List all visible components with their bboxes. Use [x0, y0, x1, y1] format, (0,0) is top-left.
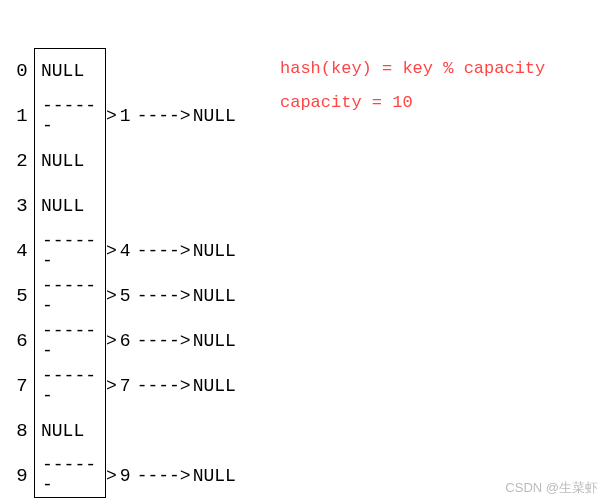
arrow-dash: ------: [42, 455, 105, 495]
bucket-cell: NULL: [34, 48, 106, 93]
hash-table-diagram: 0NULL1------>1---->NULL2NULL3NULL4------…: [10, 48, 236, 498]
bucket-cell: ------: [34, 453, 106, 498]
bucket-index: 6: [10, 330, 34, 352]
bucket-cell: NULL: [34, 408, 106, 453]
bucket-row: 5------>5---->NULL: [10, 273, 236, 318]
bucket-cell: ------: [34, 363, 106, 408]
arrow-dash: ----: [137, 376, 180, 396]
bucket-row: 6------>6---->NULL: [10, 318, 236, 363]
null-label: NULL: [41, 421, 84, 441]
arrowhead-icon: >: [106, 106, 117, 126]
null-label: NULL: [193, 241, 236, 261]
arrow-dash: ------: [42, 321, 105, 361]
bucket-index: 4: [10, 240, 34, 262]
arrow-dash: ------: [42, 276, 105, 316]
chain-node: 1: [120, 106, 131, 126]
chain: >7---->NULL: [106, 376, 236, 396]
chain-node: 6: [120, 331, 131, 351]
arrowhead-icon: >: [106, 241, 117, 261]
arrow-dash: ----: [137, 241, 180, 261]
bucket-row: 2NULL: [10, 138, 236, 183]
bucket-row: 8NULL: [10, 408, 236, 453]
null-label: NULL: [193, 466, 236, 486]
bucket-index: 0: [10, 60, 34, 82]
chain: >6---->NULL: [106, 331, 236, 351]
bucket-cell: ------: [34, 93, 106, 138]
arrowhead-icon: >: [180, 241, 191, 261]
arrowhead-icon: >: [180, 466, 191, 486]
chain: >1---->NULL: [106, 106, 236, 126]
arrow-dash: ----: [137, 286, 180, 306]
bucket-cell: ------: [34, 318, 106, 363]
null-label: NULL: [193, 376, 236, 396]
bucket-cell: ------: [34, 273, 106, 318]
arrow-dash: ------: [42, 366, 105, 406]
bucket-index: 8: [10, 420, 34, 442]
bucket-index: 5: [10, 285, 34, 307]
null-label: NULL: [193, 106, 236, 126]
chain-node: 5: [120, 286, 131, 306]
bucket-row: 7------>7---->NULL: [10, 363, 236, 408]
arrow-dash: ----: [137, 466, 180, 486]
formula-box: hash(key) = key % capacity capacity = 10: [280, 52, 545, 120]
arrowhead-icon: >: [106, 286, 117, 306]
bucket-index: 7: [10, 375, 34, 397]
watermark: CSDN @生菜虾: [505, 479, 598, 497]
chain: >4---->NULL: [106, 241, 236, 261]
arrow-dash: ----: [137, 331, 180, 351]
hash-function-text: hash(key) = key % capacity: [280, 52, 545, 86]
arrowhead-icon: >: [106, 331, 117, 351]
bucket-cell: ------: [34, 228, 106, 273]
arrow-dash: ------: [42, 231, 105, 271]
bucket-index: 3: [10, 195, 34, 217]
bucket-cell: NULL: [34, 138, 106, 183]
null-label: NULL: [41, 61, 84, 81]
bucket-cell: NULL: [34, 183, 106, 228]
arrowhead-icon: >: [180, 376, 191, 396]
arrow-dash: ----: [137, 106, 180, 126]
bucket-index: 9: [10, 465, 34, 487]
arrowhead-icon: >: [180, 331, 191, 351]
null-label: NULL: [193, 331, 236, 351]
bucket-index: 2: [10, 150, 34, 172]
chain: >9---->NULL: [106, 466, 236, 486]
bucket-row: 1------>1---->NULL: [10, 93, 236, 138]
arrowhead-icon: >: [180, 286, 191, 306]
bucket-index: 1: [10, 105, 34, 127]
chain-node: 4: [120, 241, 131, 261]
capacity-text: capacity = 10: [280, 86, 545, 120]
chain: >5---->NULL: [106, 286, 236, 306]
arrowhead-icon: >: [106, 466, 117, 486]
bucket-row: 0NULL: [10, 48, 236, 93]
null-label: NULL: [193, 286, 236, 306]
chain-node: 7: [120, 376, 131, 396]
null-label: NULL: [41, 196, 84, 216]
bucket-row: 9------>9---->NULL: [10, 453, 236, 498]
null-label: NULL: [41, 151, 84, 171]
arrow-dash: ------: [42, 96, 105, 136]
arrowhead-icon: >: [106, 376, 117, 396]
chain-node: 9: [120, 466, 131, 486]
arrowhead-icon: >: [180, 106, 191, 126]
bucket-row: 4------>4---->NULL: [10, 228, 236, 273]
bucket-row: 3NULL: [10, 183, 236, 228]
